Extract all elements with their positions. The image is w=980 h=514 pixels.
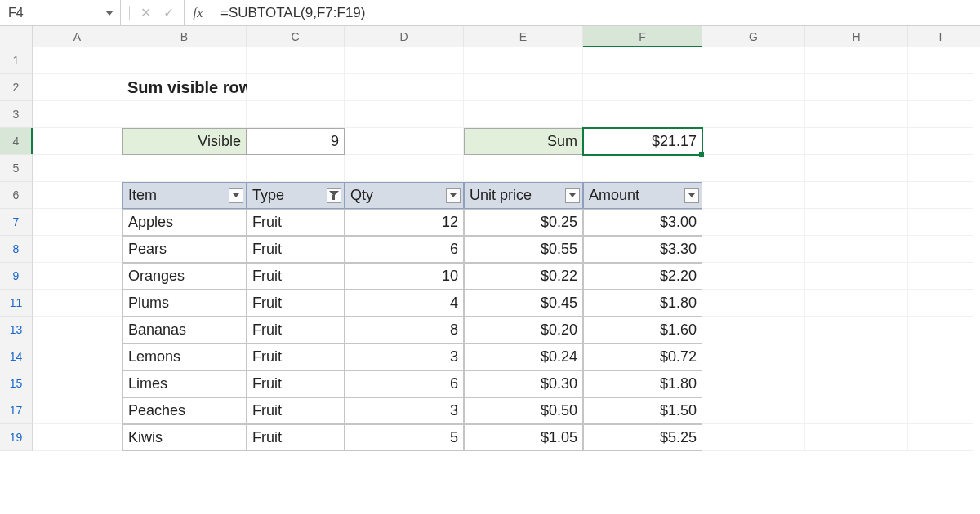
- cell[interactable]: [33, 424, 122, 451]
- cell[interactable]: [908, 424, 973, 451]
- cell-item[interactable]: Oranges: [122, 263, 247, 290]
- cell[interactable]: [702, 128, 805, 155]
- cell[interactable]: [805, 424, 908, 451]
- cell[interactable]: [33, 263, 122, 290]
- cell[interactable]: [908, 47, 973, 74]
- row-head[interactable]: 14: [0, 343, 33, 370]
- cell[interactable]: [805, 209, 908, 236]
- cell[interactable]: [805, 128, 908, 155]
- cell[interactable]: [702, 370, 805, 397]
- cell[interactable]: [805, 182, 908, 209]
- cell-item[interactable]: Peaches: [122, 397, 247, 424]
- cell-amount[interactable]: $0.72: [583, 343, 702, 370]
- cell-item[interactable]: Kiwis: [122, 424, 247, 451]
- cell[interactable]: [908, 370, 973, 397]
- filter-button[interactable]: [565, 188, 580, 203]
- row-head[interactable]: 2: [0, 74, 33, 101]
- cell[interactable]: [33, 397, 122, 424]
- cell-unit[interactable]: $1.05: [464, 424, 583, 451]
- row-head[interactable]: 15: [0, 370, 33, 397]
- cell[interactable]: [33, 370, 122, 397]
- cell-amount[interactable]: $1.80: [583, 290, 702, 317]
- row-head[interactable]: 11: [0, 290, 33, 317]
- col-head-E[interactable]: E: [464, 26, 583, 47]
- col-head-C[interactable]: C: [247, 26, 345, 47]
- cell[interactable]: [702, 263, 805, 290]
- cell[interactable]: [908, 343, 973, 370]
- cell-amount[interactable]: $5.25: [583, 424, 702, 451]
- cell[interactable]: [33, 74, 122, 101]
- cell[interactable]: [702, 397, 805, 424]
- cell[interactable]: [805, 47, 908, 74]
- cell[interactable]: [247, 47, 345, 74]
- cell[interactable]: [33, 236, 122, 263]
- cell[interactable]: [908, 397, 973, 424]
- cell-unit[interactable]: $0.25: [464, 209, 583, 236]
- col-head-A[interactable]: A: [33, 26, 122, 47]
- cell[interactable]: [247, 155, 345, 182]
- cell[interactable]: [908, 155, 973, 182]
- page-title[interactable]: Sum visible rows in a filtered list: [122, 74, 247, 101]
- select-all-corner[interactable]: [0, 26, 33, 47]
- cell-qty[interactable]: 6: [345, 236, 464, 263]
- cell[interactable]: [33, 182, 122, 209]
- cell-qty[interactable]: 4: [345, 290, 464, 317]
- cell[interactable]: [464, 74, 583, 101]
- cell[interactable]: [464, 155, 583, 182]
- cell-unit[interactable]: $0.22: [464, 263, 583, 290]
- filter-button[interactable]: [684, 188, 699, 203]
- cell[interactable]: [33, 101, 122, 128]
- cell[interactable]: [702, 290, 805, 317]
- row-head[interactable]: 8: [0, 236, 33, 263]
- cell[interactable]: [908, 290, 973, 317]
- cell-item[interactable]: Apples: [122, 209, 247, 236]
- cell-amount[interactable]: $1.60: [583, 317, 702, 343]
- formula-input[interactable]: =SUBTOTAL(9,F7:F19): [212, 0, 980, 25]
- row-head[interactable]: 9: [0, 263, 33, 290]
- cell-qty[interactable]: 12: [345, 209, 464, 236]
- cell[interactable]: [345, 128, 464, 155]
- cell[interactable]: [247, 101, 345, 128]
- cell[interactable]: [908, 74, 973, 101]
- cell[interactable]: [122, 47, 247, 74]
- cell[interactable]: [345, 101, 464, 128]
- cell-amount[interactable]: $1.80: [583, 370, 702, 397]
- cell[interactable]: [464, 47, 583, 74]
- cell-amount[interactable]: $2.20: [583, 263, 702, 290]
- cell[interactable]: [122, 155, 247, 182]
- cell-type[interactable]: Fruit: [247, 236, 345, 263]
- filter-button[interactable]: [446, 188, 461, 203]
- row-head[interactable]: 7: [0, 209, 33, 236]
- cell[interactable]: [33, 343, 122, 370]
- cell-type[interactable]: Fruit: [247, 317, 345, 343]
- sum-value[interactable]: $21.17: [583, 128, 702, 155]
- cell[interactable]: [805, 236, 908, 263]
- th-type[interactable]: Type: [247, 182, 345, 209]
- cell[interactable]: [908, 263, 973, 290]
- name-box[interactable]: F4: [0, 0, 121, 25]
- th-qty[interactable]: Qty: [345, 182, 464, 209]
- col-head-B[interactable]: B: [122, 26, 247, 47]
- cell[interactable]: [805, 397, 908, 424]
- row-head[interactable]: 4: [0, 128, 33, 155]
- cell-type[interactable]: Fruit: [247, 209, 345, 236]
- cell-type[interactable]: Fruit: [247, 343, 345, 370]
- enter-icon[interactable]: ✓: [158, 2, 179, 24]
- cell-item[interactable]: Pears: [122, 236, 247, 263]
- visible-value[interactable]: 9: [247, 128, 345, 155]
- cell[interactable]: [33, 128, 122, 155]
- cell[interactable]: [805, 317, 908, 343]
- cell[interactable]: [583, 74, 702, 101]
- cell[interactable]: [805, 290, 908, 317]
- cell-item[interactable]: Lemons: [122, 343, 247, 370]
- cell[interactable]: [702, 317, 805, 343]
- cell[interactable]: [33, 209, 122, 236]
- cell-unit[interactable]: $0.24: [464, 343, 583, 370]
- cell-amount[interactable]: $3.30: [583, 236, 702, 263]
- cell[interactable]: [583, 47, 702, 74]
- cell[interactable]: [583, 101, 702, 128]
- chevron-down-icon[interactable]: [105, 11, 114, 16]
- cell[interactable]: [908, 209, 973, 236]
- cell[interactable]: [805, 370, 908, 397]
- cell[interactable]: [702, 236, 805, 263]
